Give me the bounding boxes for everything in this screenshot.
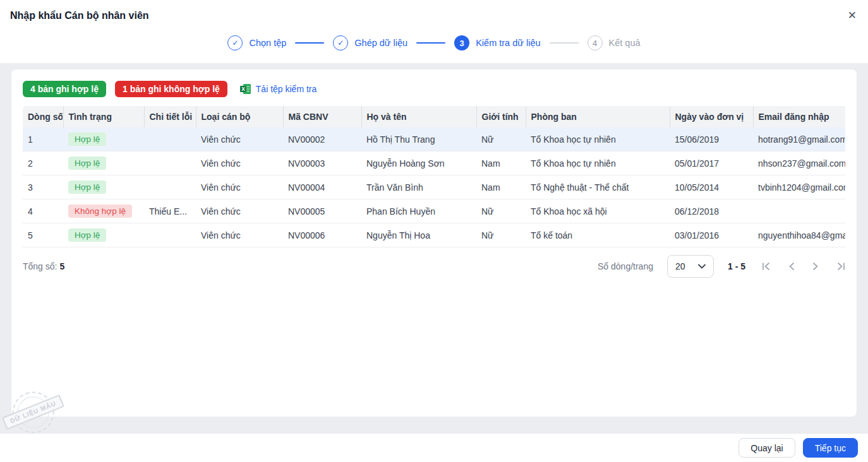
per-page-select[interactable]: 20: [667, 255, 714, 278]
modal-body: 4 bản ghi hợp lệ 1 bản ghi không hợp lệ …: [0, 63, 868, 433]
step-result[interactable]: 4 Kết quả: [588, 35, 641, 50]
valid-records-badge: 4 bản ghi hợp lệ: [23, 81, 106, 97]
cell-department: Tổ Khoa học xã hội: [526, 199, 670, 223]
col-header-department: Phòng ban: [526, 106, 670, 127]
cell-staff-type: Viên chức: [196, 151, 283, 175]
table-row[interactable]: 5 Hợp lệ Viên chức NV00006 Nguyễn Thị Ho…: [23, 223, 845, 247]
cell-name: Nguyễn Hoàng Sơn: [361, 151, 476, 175]
close-icon[interactable]: ✕: [848, 10, 857, 21]
svg-text:X: X: [241, 86, 245, 92]
last-page-icon[interactable]: [836, 262, 845, 271]
next-page-icon[interactable]: [812, 262, 819, 271]
cell-staff-type: Viên chức: [196, 175, 283, 199]
status-badge: Hợp lệ: [68, 133, 106, 146]
col-header-code: Mã CBNV: [283, 106, 361, 127]
cell-code: NV00005: [283, 199, 361, 223]
step-connector: [295, 42, 324, 44]
cell-code: NV00002: [283, 127, 361, 151]
cell-email: tvbinh1204@gmail.com: [753, 175, 845, 199]
cell-department: Tổ kế toán: [526, 223, 670, 247]
step-connector: [416, 42, 445, 44]
col-header-status: Tình trạng: [63, 106, 144, 127]
step-check-data[interactable]: 3 Kiểm tra dữ liệu: [454, 35, 540, 50]
prev-page-icon[interactable]: [788, 262, 795, 271]
cell-code: NV00004: [283, 175, 361, 199]
cell-join-date: 10/05/2014: [670, 175, 753, 199]
cell-error: [144, 151, 196, 175]
per-page-value: 20: [675, 261, 685, 271]
table-row[interactable]: 2 Hợp lệ Viên chức NV00003 Nguyễn Hoàng …: [23, 151, 845, 175]
cell-status: Hợp lệ: [63, 127, 144, 151]
table-row[interactable]: 3 Hợp lệ Viên chức NV00004 Trần Văn Bình…: [23, 175, 845, 199]
back-button[interactable]: Quay lại: [738, 438, 795, 458]
content-panel: 4 bản ghi hợp lệ 1 bản ghi không hợp lệ …: [11, 69, 857, 417]
cell-join-date: 05/01/2017: [670, 151, 753, 175]
stepper: ✓ Chọn tệp ✓ Ghép dữ liệu 3 Kiểm tra dữ …: [10, 35, 858, 50]
step-check-icon: ✓: [227, 35, 243, 50]
cell-row-no: 4: [23, 199, 63, 223]
cell-row-no: 2: [23, 151, 63, 175]
cell-gender: Nam: [476, 151, 526, 175]
modal-header: Nhập khẩu Cán bộ nhân viên ✕ ✓ Chọn tệp …: [0, 0, 868, 63]
cell-department: Tổ Nghệ thuật - Thể chất: [526, 175, 670, 199]
step-label: Ghép dữ liệu: [354, 38, 407, 48]
col-header-join-date: Ngày vào đơn vị: [670, 106, 753, 127]
cell-staff-type: Viên chức: [196, 127, 283, 151]
cell-join-date: 15/06/2019: [670, 127, 753, 151]
col-header-name: Họ và tên: [361, 106, 476, 127]
status-badge: Hợp lệ: [68, 181, 106, 194]
total-value: 5: [59, 261, 64, 271]
cell-name: Nguyễn Thị Hoa: [361, 223, 476, 247]
per-page-label: Số dòng/trang: [598, 261, 653, 271]
step-label: Kiểm tra dữ liệu: [476, 38, 540, 48]
cell-row-no: 1: [23, 127, 63, 151]
col-header-staff-type: Loại cán bộ: [196, 106, 283, 127]
col-header-gender: Giới tính: [476, 106, 526, 127]
total-count: Tổng số:5: [23, 261, 64, 271]
cell-error: [144, 127, 196, 151]
table-row[interactable]: 1 Hợp lệ Viên chức NV00002 Hồ Thị Thu Tr…: [23, 127, 845, 151]
invalid-records-badge: 1 bản ghi không hợp lệ: [115, 81, 227, 97]
chevron-down-icon: [698, 264, 706, 269]
cell-error: [144, 175, 196, 199]
cell-staff-type: Viên chức: [196, 223, 283, 247]
col-header-row-no: Dòng số: [23, 106, 63, 127]
cell-gender: Nữ: [476, 199, 526, 223]
total-label: Tổng số:: [23, 261, 57, 271]
cell-name: Phan Bích Huyền: [361, 199, 476, 223]
table-row[interactable]: 4 Không hợp lệ Thiếu E... Viên chức NV00…: [23, 199, 845, 223]
cell-gender: Nam: [476, 175, 526, 199]
cell-name: Hồ Thị Thu Trang: [361, 127, 476, 151]
modal-footer: Quay lại Tiếp tục: [0, 433, 868, 462]
step-map-data[interactable]: ✓ Ghép dữ liệu: [333, 35, 407, 50]
download-link-label: Tải tệp kiểm tra: [256, 84, 316, 94]
cell-status: Hợp lệ: [63, 223, 144, 247]
download-check-file-link[interactable]: X Tải tệp kiểm tra: [240, 83, 316, 95]
page-title: Nhập khẩu Cán bộ nhân viên: [10, 10, 858, 21]
cell-join-date: 03/01/2016: [670, 223, 753, 247]
step-connector: [550, 42, 579, 44]
first-page-icon[interactable]: [762, 262, 771, 271]
cell-status: Hợp lệ: [63, 175, 144, 199]
continue-button[interactable]: Tiếp tục: [803, 438, 858, 458]
records-table-wrap: Dòng số Tình trạng Chi tiết lỗi Loại cán…: [23, 106, 845, 247]
cell-gender: Nữ: [476, 127, 526, 151]
cell-email: [753, 199, 845, 223]
col-header-error: Chi tiết lỗi: [144, 106, 196, 127]
pagination-nav: [762, 262, 845, 271]
summary-row: 4 bản ghi hợp lệ 1 bản ghi không hợp lệ …: [23, 81, 845, 97]
cell-error: Thiếu E...: [144, 199, 196, 223]
cell-email: hotrang91@gmail.com: [753, 127, 845, 151]
records-table: Dòng số Tình trạng Chi tiết lỗi Loại cán…: [23, 106, 845, 247]
cell-staff-type: Viên chức: [196, 199, 283, 223]
cell-department: Tổ Khoa học tự nhiên: [526, 127, 670, 151]
cell-status: Không hợp lệ: [63, 199, 144, 223]
cell-status: Hợp lệ: [63, 151, 144, 175]
cell-name: Trần Văn Bình: [361, 175, 476, 199]
cell-email: nguyenthihoa84@gmail.com: [753, 223, 845, 247]
cell-row-no: 5: [23, 223, 63, 247]
step-label: Kết quả: [609, 38, 641, 48]
step-choose-file[interactable]: ✓ Chọn tệp: [227, 35, 286, 50]
status-badge: Hợp lệ: [68, 157, 106, 170]
step-check-icon: ✓: [333, 35, 348, 50]
